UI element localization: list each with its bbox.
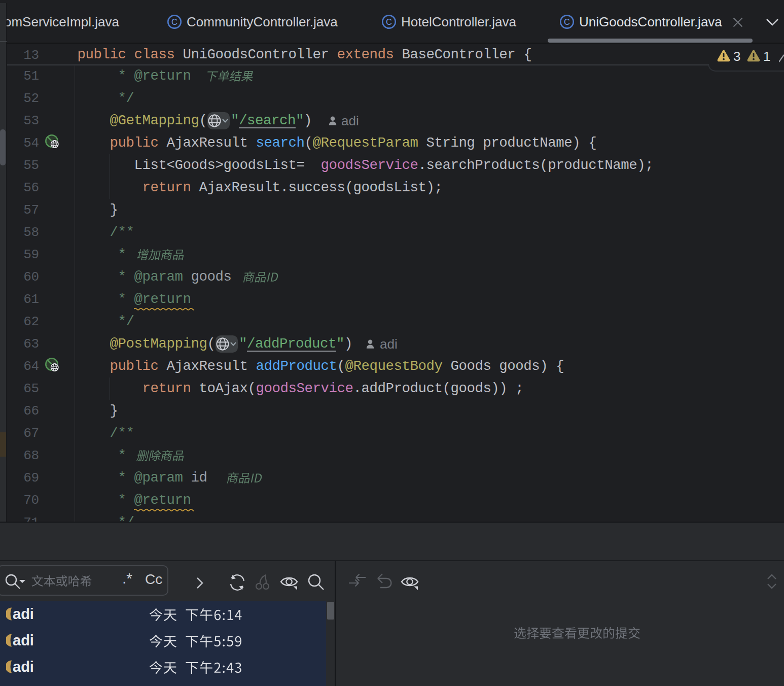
svg-text:C: C — [564, 17, 570, 26]
svg-text:C: C — [171, 17, 177, 26]
svg-text:C: C — [386, 17, 392, 26]
